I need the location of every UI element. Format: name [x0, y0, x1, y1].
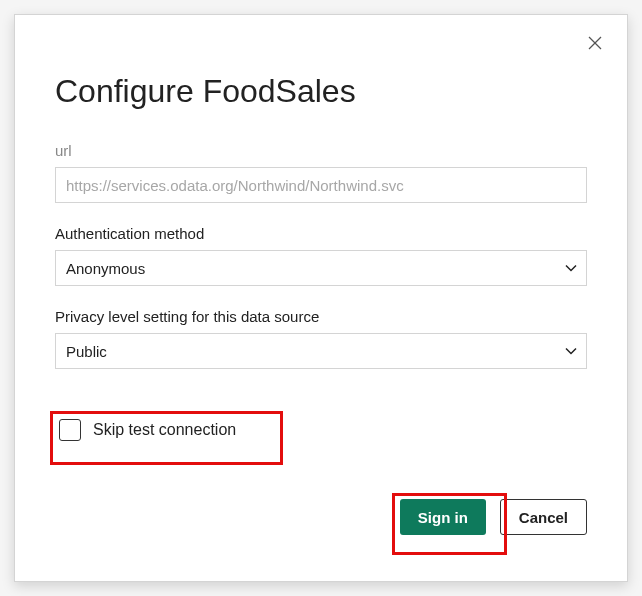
skip-test-checkbox[interactable]: [59, 419, 81, 441]
skip-test-label: Skip test connection: [93, 421, 236, 439]
auth-method-group: Authentication method Anonymous: [55, 225, 587, 286]
configure-dialog: Configure FoodSales url Authentication m…: [14, 14, 628, 582]
signin-button[interactable]: Sign in: [400, 499, 486, 535]
privacy-level-select[interactable]: Public: [55, 333, 587, 369]
url-label: url: [55, 142, 587, 159]
auth-method-select[interactable]: Anonymous: [55, 250, 587, 286]
dialog-button-row: Sign in Cancel: [55, 499, 587, 535]
cancel-button[interactable]: Cancel: [500, 499, 587, 535]
url-group: url: [55, 142, 587, 203]
privacy-level-group: Privacy level setting for this data sour…: [55, 308, 587, 369]
close-button[interactable]: [581, 29, 609, 57]
close-icon: [588, 36, 602, 50]
dialog-title: Configure FoodSales: [55, 73, 587, 110]
url-input[interactable]: [55, 167, 587, 203]
skip-test-row[interactable]: Skip test connection: [55, 413, 246, 447]
privacy-level-select-wrapper: Public: [55, 333, 587, 369]
auth-method-label: Authentication method: [55, 225, 587, 242]
auth-method-select-wrapper: Anonymous: [55, 250, 587, 286]
privacy-level-label: Privacy level setting for this data sour…: [55, 308, 587, 325]
